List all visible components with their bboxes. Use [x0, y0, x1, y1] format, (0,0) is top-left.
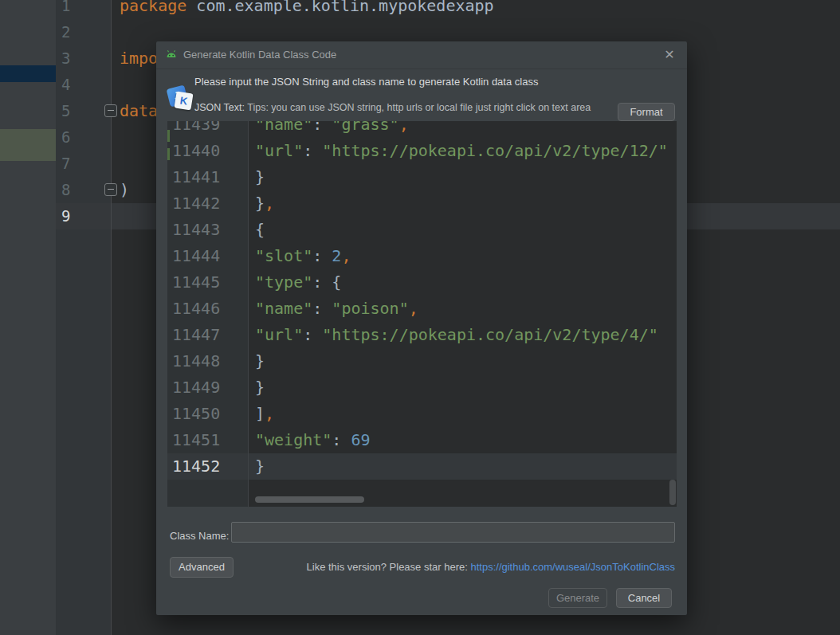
code-token: impo — [120, 49, 158, 68]
class-name-label: Class Name: — [170, 526, 229, 547]
code-line: impo — [120, 45, 158, 72]
code-line: ) — [120, 177, 129, 203]
json-row-number: 11449 — [172, 374, 220, 401]
star-request-text: Like this version? Please star here: — [307, 561, 468, 573]
json-token: , — [265, 404, 274, 423]
json-row: 11448} — [167, 348, 677, 374]
project-toolwindow-stripe[interactable] — [0, 0, 56, 635]
editor-line-number: 9 — [61, 203, 93, 229]
horizontal-scrollbar-thumb[interactable] — [255, 496, 364, 503]
advanced-button[interactable]: Advanced — [170, 557, 234, 578]
json-row: 11443{ — [167, 217, 677, 243]
json-row-number: 11445 — [172, 269, 220, 296]
code-line: data — [120, 98, 158, 124]
json-token: ] — [255, 404, 265, 423]
vertical-scrollbar-thumb[interactable] — [669, 480, 676, 505]
json-row-number: 11441 — [172, 164, 220, 190]
json-token: } — [255, 167, 265, 186]
json-row-number: 11440 — [172, 138, 220, 164]
class-name-input[interactable] — [231, 522, 675, 543]
json-token: : — [332, 430, 351, 449]
android-icon — [165, 49, 178, 61]
json-row-number: 11450 — [172, 401, 220, 427]
json-token: : — [303, 325, 322, 344]
json-row-number: 11446 — [172, 296, 220, 322]
json-row: 11439"name": "grass", — [167, 121, 677, 138]
code-line: package com.example.kotlin.mypokedexapp — [120, 0, 494, 19]
json-row: 11450], — [167, 401, 677, 427]
dialog-header-text: Please input the JSON String and class n… — [194, 76, 538, 88]
json-token: : — [312, 299, 332, 318]
json-token: "https://pokeapi.co/api/v2/type/12/" — [322, 141, 667, 160]
json-token: } — [255, 351, 265, 370]
json-token: "weight" — [255, 430, 332, 449]
editor-line-number: 1 — [61, 0, 93, 19]
json-token: : — [312, 121, 332, 134]
json-token: } — [255, 194, 265, 213]
editor-line-number: 7 — [61, 151, 93, 177]
github-link[interactable]: https://github.com/wuseal/JsonToKotlinCl… — [470, 561, 675, 573]
screen: package com.example.kotlin.mypokedexappi… — [0, 0, 840, 635]
json-row-number: 11442 — [172, 190, 220, 217]
json-token: "type" — [255, 272, 312, 292]
json-text-tips: JSON Text: Tips: you can use JSON string… — [194, 102, 591, 113]
tips-text: Tips: you can use JSON string, http urls… — [247, 102, 591, 113]
dialog-titlebar[interactable]: Generate Kotlin Data Class Code ✕ — [156, 41, 687, 69]
json-token: "slot" — [255, 246, 312, 265]
json-row: 11447"url": "https://pokeapi.co/api/v2/t… — [167, 322, 677, 348]
json-token: : — [312, 246, 332, 265]
editor-line-number: 5 — [61, 98, 93, 124]
json-token: "url" — [255, 141, 303, 160]
star-request-row: Like this version? Please star here: htt… — [276, 557, 675, 578]
fold-marker-icon[interactable] — [104, 183, 117, 196]
format-button[interactable]: Format — [618, 103, 675, 121]
json-row: 11449} — [167, 374, 677, 401]
json-token: "name" — [255, 299, 312, 318]
generate-button[interactable]: Generate — [548, 588, 607, 608]
code-token: data — [120, 101, 158, 120]
json-token: 69 — [351, 430, 370, 449]
json-row: 11442}, — [167, 190, 677, 217]
editor-line-number: 6 — [61, 124, 93, 151]
json-row: 11444"slot": 2, — [167, 243, 677, 269]
json-row-number: 11448 — [172, 348, 220, 374]
json-text-area[interactable]: 11439"name": "grass",11440"url": "https:… — [167, 121, 677, 507]
json-token: "poison" — [332, 299, 408, 318]
json-token: "https://pokeapi.co/api/v2/type/4/" — [322, 325, 657, 344]
editor-line-number: 3 — [61, 45, 93, 72]
json-to-kotlin-plugin-icon: J K — [168, 84, 195, 115]
gutter-separator-line — [111, 0, 112, 635]
json-row-number: 11444 — [172, 243, 220, 269]
code-token: com.example.kotlin.mypokedexapp — [186, 0, 493, 15]
code-token: package — [120, 0, 186, 15]
editor-line-number: 4 — [61, 72, 93, 98]
json-row-number: 11443 — [172, 217, 220, 243]
generate-kotlin-dialog: Generate Kotlin Data Class Code ✕ J K Pl… — [156, 41, 687, 615]
json-text-label: JSON Text: — [194, 102, 245, 113]
code-token: ) — [120, 180, 129, 199]
editor-line-number: 2 — [61, 19, 93, 45]
change-marker-tick — [167, 148, 170, 160]
json-token: : { — [312, 272, 341, 292]
stripe-selection-olive — [0, 129, 56, 161]
json-token: } — [255, 457, 265, 476]
json-token: , — [399, 121, 409, 134]
json-token: , — [341, 246, 351, 265]
json-row: 11446"name": "poison", — [167, 296, 677, 322]
json-row-number: 11452 — [172, 453, 220, 480]
json-token: { — [255, 220, 265, 239]
json-row: 11440"url": "https://pokeapi.co/api/v2/t… — [167, 138, 677, 164]
fold-marker-icon[interactable] — [104, 104, 117, 117]
close-icon[interactable]: ✕ — [662, 48, 677, 62]
json-row-number: 11447 — [172, 322, 220, 348]
json-row-number: 11451 — [172, 427, 220, 453]
json-row: 11451"weight": 69 — [167, 427, 677, 453]
json-row: 11441} — [167, 164, 677, 190]
json-row: 11452} — [167, 453, 677, 480]
json-token: "name" — [255, 121, 312, 134]
change-marker-tick — [167, 130, 170, 142]
json-token: "url" — [255, 325, 303, 344]
cancel-button[interactable]: Cancel — [616, 588, 672, 608]
editor-line-number: 8 — [61, 177, 93, 203]
json-token: , — [265, 194, 274, 213]
